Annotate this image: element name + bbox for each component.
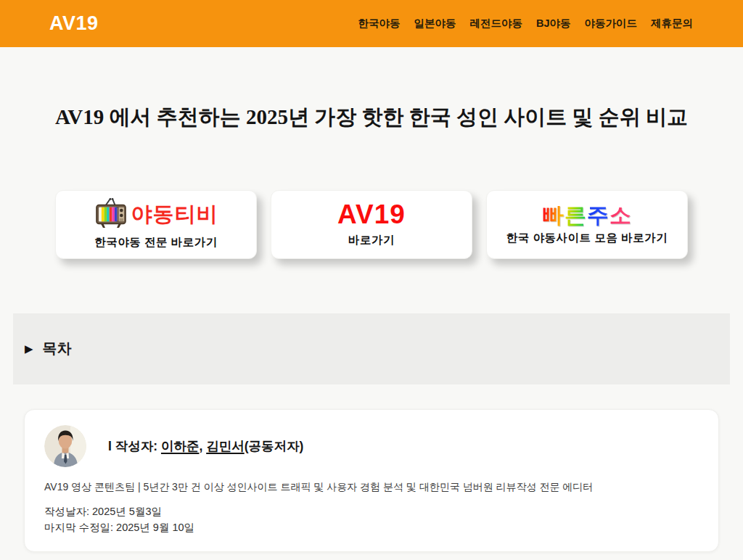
page: AV19 한국야동 일본야동 레전드야동 BJ야동 야동가이드 제휴문의 AV1…	[0, 0, 743, 560]
banner-yadongtv-name: 야동티비	[131, 200, 218, 229]
updated-date-line: 마지막 수정일: 2025년 9월 10일	[44, 519, 699, 535]
site-header: AV19 한국야동 일본야동 레전드야동 BJ야동 야동가이드 제휴문의	[0, 0, 743, 47]
toc-arrow-icon: ▶	[25, 343, 33, 354]
author-team-line: AV19 영상 콘텐츠팀 | 5년간 3만 건 이상 성인사이트 트래픽 및 사…	[44, 481, 699, 494]
author-byline: I 작성자: 이하준, 김민서(공동저자)	[108, 437, 303, 455]
author-link-2[interactable]: 김민서	[206, 439, 245, 453]
banner-av19[interactable]: AV19 바로가기	[271, 190, 472, 259]
banner-fast-address-name: 빠른주소	[542, 203, 632, 227]
nav-item-guide[interactable]: 야동가이드	[585, 17, 638, 30]
rainbow-char: 빠	[542, 203, 565, 227]
byline-suffix: (공동저자)	[245, 439, 304, 453]
banner-yadongtv[interactable]: 야동티비 한국야동 전문 바로가기	[55, 190, 257, 259]
retro-tv-icon	[94, 198, 128, 231]
banner-av19-subtitle: 바로가기	[348, 233, 395, 248]
banner-yadongtv-logo: 야동티비	[94, 198, 218, 231]
toc-toggle[interactable]: ▶ 목차	[13, 313, 730, 384]
site-logo[interactable]: AV19	[49, 12, 99, 35]
toc-label: 목차	[43, 339, 72, 358]
rainbow-char: 주	[587, 203, 609, 227]
author-link-1[interactable]: 이하준	[161, 439, 200, 453]
byline-prefix: I 작성자:	[108, 439, 157, 453]
banner-row: 야동티비 한국야동 전문 바로가기 AV19 바로가기 빠른주소 한국 야동사이…	[55, 190, 688, 259]
author-avatar	[44, 425, 86, 467]
byline-separator: ,	[199, 439, 202, 453]
banner-fast-address-subtitle: 한국 야동사이트 모음 바로가기	[506, 231, 668, 246]
rainbow-char: 른	[565, 203, 587, 227]
created-date-line: 작성날자: 2025년 5월3일	[44, 503, 699, 519]
rainbow-char: 소	[609, 203, 632, 227]
nav-item-japanese[interactable]: 일본야동	[414, 17, 456, 30]
author-dates: 작성날자: 2025년 5월3일 마지막 수정일: 2025년 9월 10일	[44, 503, 699, 536]
nav-item-bj[interactable]: BJ야동	[536, 17, 571, 30]
author-card: I 작성자: 이하준, 김민서(공동저자) AV19 영상 콘텐츠팀 | 5년간…	[24, 409, 719, 553]
page-title: AV19 에서 추천하는 2025년 가장 핫한 한국 성인 사이트 및 순위 …	[30, 102, 713, 133]
banner-yadongtv-subtitle: 한국야동 전문 바로가기	[94, 235, 218, 250]
banner-av19-name: AV19	[337, 200, 406, 230]
nav-item-legend[interactable]: 레전드야동	[469, 17, 522, 30]
banner-fast-address[interactable]: 빠른주소 한국 야동사이트 모음 바로가기	[486, 190, 688, 259]
nav-item-partnership[interactable]: 제휴문의	[651, 17, 693, 30]
nav-item-korean[interactable]: 한국야동	[358, 17, 400, 30]
author-byline-row: I 작성자: 이하준, 김민서(공동저자)	[44, 425, 699, 467]
main-nav: 한국야동 일본야동 레전드야동 BJ야동 야동가이드 제휴문의	[358, 17, 693, 30]
